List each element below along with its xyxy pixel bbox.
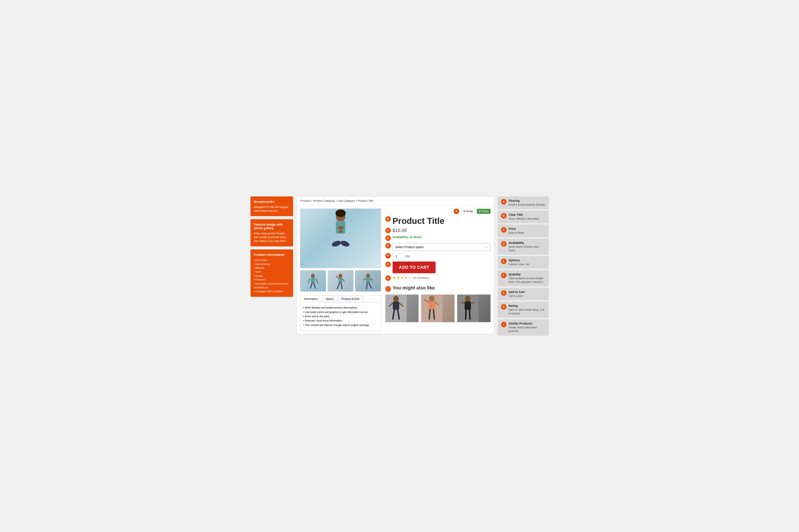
right-card-d-text: Availability Stock and/or Delivery time-… [509, 241, 545, 252]
svg-line-15 [337, 276, 339, 279]
right-badge-i: I [501, 322, 507, 327]
list-item: Specifications [254, 262, 290, 266]
right-card-c-desc: Easy to Read [509, 231, 524, 235]
right-card-b: B Clear Title Short, effective, descript… [497, 210, 549, 223]
svg-line-23 [366, 283, 367, 289]
svg-line-21 [363, 279, 366, 280]
right-card-d-title: Availability [509, 241, 545, 245]
tab-product-number[interactable]: Product #1234 [338, 296, 364, 302]
breadcrumbs-card-desc: Navigation to help the shopper know wher… [254, 205, 290, 213]
right-card-d-desc: Stock and/or Delivery time-frame [509, 245, 545, 252]
list-item: Catalogue (SKU number). [254, 289, 290, 293]
star-1: ★ [393, 276, 396, 280]
similar-product-1[interactable] [385, 294, 419, 322]
options-row: E Select Product option ⌄ [385, 243, 491, 251]
right-card-a-title: Sharing [509, 199, 545, 202]
right-card-f-text: Quantity Allow shoppers to add multiple … [509, 272, 545, 284]
right-card-g-title: Add to Cart [509, 290, 525, 294]
breadcrumbs-card-title: Breadcrumbs [254, 200, 290, 204]
select-placeholder: Select Product option [395, 245, 424, 249]
breadcrumb-text: Product > Product Category > Sub Categor… [301, 199, 374, 202]
product-page: Product > Product Category > Sub Categor… [296, 196, 494, 334]
thumbnail-1[interactable] [300, 270, 326, 291]
svg-rect-20 [366, 278, 370, 283]
social-share-button[interactable]: ⊞ Share [477, 209, 490, 214]
product-tabs: Description Specs Product #1234 Write de… [300, 296, 381, 330]
product-options-select[interactable]: Select Product option ⌄ [393, 243, 491, 251]
share-label: Share [482, 210, 488, 213]
product-info-list: Description Specifications Material Styl… [254, 258, 290, 293]
svg-line-11 [311, 283, 312, 288]
star-2: ★ [396, 276, 400, 280]
badge-d: D [385, 235, 391, 241]
svg-point-26 [393, 296, 399, 302]
similar-section: I You might also like [385, 285, 491, 322]
thumbnail-2[interactable] [328, 270, 353, 291]
list-item: Features [254, 278, 290, 282]
list-item: Style [254, 270, 290, 274]
list-item: Description [254, 258, 290, 262]
right-card-f-title: Quantity [509, 272, 545, 276]
svg-rect-41 [465, 301, 471, 310]
availability-row: D Availability: In Stock [385, 235, 491, 241]
list-item: Use bullet points and graphics to get in… [303, 310, 378, 314]
right-badge-h: H [501, 304, 507, 310]
badge-c: C [385, 228, 391, 233]
breadcrumbs-info-card: Breadcrumbs Navigation to help the shopp… [251, 196, 293, 216]
list-item: Short and to the point. [303, 314, 378, 319]
add-to-cart-button[interactable]: ADD TO CART [393, 262, 436, 273]
email-label: Email [466, 210, 473, 213]
tab-specs[interactable]: Specs [322, 296, 338, 302]
svg-line-9 [308, 279, 310, 283]
svg-line-37 [429, 310, 430, 319]
thumbnail-3[interactable] [355, 270, 381, 291]
svg-line-44 [466, 310, 466, 319]
right-badge-a: A [501, 199, 507, 205]
right-card-e-text: Options Colours, sizes, etc. [509, 259, 530, 266]
breadcrumb: Product > Product Category > Sub Categor… [297, 197, 494, 205]
right-card-g-text: Add to Cart Call to action [509, 290, 525, 298]
list-item: Design [254, 274, 290, 278]
right-card-b-text: Clear Title Short, effective, descriptiv… [509, 213, 539, 221]
feature-image-info-card: Feature image with photo gallery Clear, … [251, 219, 293, 246]
list-item: Material [254, 266, 290, 270]
svg-line-22 [370, 279, 373, 280]
left-sidebar: Breadcrumbs Navigation to help the shopp… [251, 196, 293, 297]
quantity-input[interactable] [393, 253, 403, 260]
thumbnail-row [300, 270, 381, 291]
right-badge-g: G [501, 290, 507, 296]
envelope-icon: ✉ [463, 210, 466, 213]
right-card-i-desc: Similar and/or alternative products [509, 326, 545, 333]
svg-line-10 [316, 279, 318, 283]
svg-line-45 [470, 310, 470, 319]
page-wrapper: Breadcrumbs Navigation to help the shopp… [251, 196, 549, 335]
product-info-card-title: Product Information [254, 253, 290, 256]
right-card-g: G Add to Cart Call to action [497, 288, 549, 301]
email-share-button[interactable]: ✉ Email [461, 209, 475, 214]
share-icon: ⊞ [479, 210, 481, 213]
rating-row: H ★ ★ ★ ★ ★ (15 Reviews) [385, 276, 491, 281]
right-card-h: H Rating Stars or other visual rating. L… [497, 302, 549, 318]
similar-product-3[interactable] [457, 294, 491, 322]
badge-a-share: A [454, 209, 459, 214]
product-title: Product Title [393, 216, 444, 226]
right-card-h-text: Rating Stars or other visual rating. Lin… [509, 304, 545, 316]
product-images-section: Description Specs Product #1234 Write de… [300, 209, 381, 330]
similar-title-row: I You might also like [385, 285, 491, 293]
quantity-row: F Qty [385, 253, 491, 260]
stars-row: ★ ★ ★ ★ ★ (15 Reviews) [393, 276, 429, 280]
availability-value: In Stock [410, 235, 421, 239]
svg-point-4 [331, 240, 342, 248]
main-product-image[interactable] [300, 209, 381, 268]
tab-description[interactable]: Description [300, 296, 322, 302]
svg-point-40 [465, 296, 471, 302]
right-card-e-desc: Colours, sizes, etc. [509, 263, 530, 266]
right-card-c-text: Price Easy to Read [509, 227, 524, 235]
similar-product-2[interactable] [421, 294, 455, 322]
star-rating[interactable]: ★ ★ ★ ★ ★ [393, 276, 411, 280]
right-card-f: F Quantity Allow shoppers to add multipl… [497, 270, 549, 286]
svg-line-43 [471, 303, 474, 303]
list-item: Write detailed and helpful product descr… [303, 306, 378, 310]
svg-rect-34 [429, 301, 435, 310]
chevron-down-icon: ⌄ [485, 245, 488, 249]
